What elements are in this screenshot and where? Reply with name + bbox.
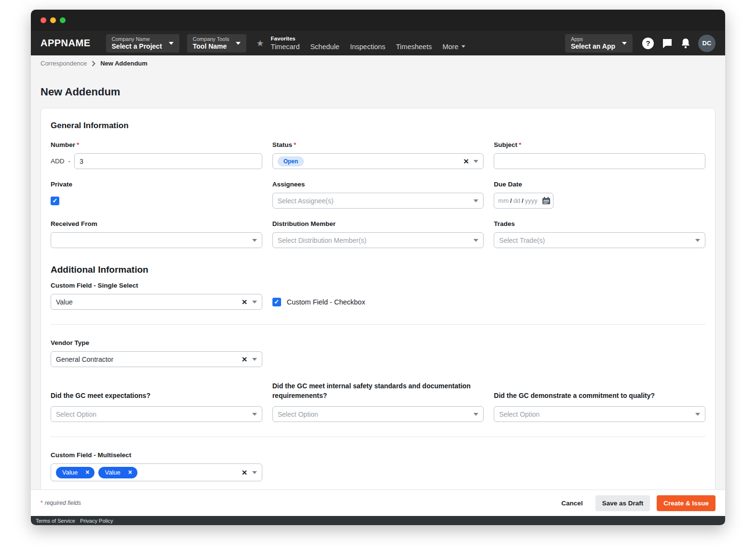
project-picker-eyebrow: Company Name [112,36,162,42]
checkmark-icon: ✓ [274,298,279,305]
question3-select[interactable]: Select Option [494,406,705,422]
multiselect-select[interactable]: Value × Value × × [51,463,262,481]
cancel-button[interactable]: Cancel [555,495,588,511]
remove-icon[interactable]: × [128,469,132,476]
question3-label: Did the GC demonstrate a commitment to q… [494,391,705,401]
vendor-type-select[interactable]: General Contractor × [51,351,262,367]
window-close-button[interactable] [40,17,46,23]
app-window: APPNAME Company Name Select a Project Co… [31,10,725,525]
custom-checkbox[interactable]: ✓ [272,298,281,306]
status-label: Status* [272,141,484,148]
chevron-right-icon [92,61,95,66]
form-action-bar: *required fields Cancel Save as Draft Cr… [31,489,725,516]
clear-icon[interactable]: × [242,297,247,306]
chevron-down-icon [695,239,700,242]
nav-item-inspections[interactable]: Inspections [350,42,385,51]
subject-input[interactable] [499,158,700,165]
private-label: Private [51,181,262,188]
question2-select[interactable]: Select Option [272,406,484,422]
date-dd: dd [513,197,520,204]
private-checkbox[interactable]: ✓ [51,197,59,205]
date-separator: / [522,197,524,204]
privacy-policy-link[interactable]: Privacy Policy [80,518,113,524]
trades-placeholder: Select Trade(s) [499,237,545,244]
nav-item-timesheets[interactable]: Timesheets [396,42,432,51]
clear-icon[interactable]: × [242,468,247,477]
pill-value: Value [62,469,78,476]
nav-more-menu[interactable]: More [443,42,465,51]
chevron-down-icon [473,413,478,416]
custom-checkbox-label: Custom Field - Checkbox [287,298,365,306]
multiselect-label: Custom Field - Multiselect [51,451,262,459]
star-icon: ★ [256,38,264,49]
chevron-down-icon [252,301,257,304]
number-prefix: ADD [51,158,65,165]
vendor-type-label: Vendor Type [51,339,262,346]
required-asterisk: * [40,500,43,506]
distribution-member-placeholder: Select Distribution Member(s) [278,237,366,244]
apps-picker[interactable]: Apps Select an App [565,34,633,53]
save-as-draft-button[interactable]: Save as Draft [595,495,650,511]
chevron-down-icon [236,42,241,45]
clear-icon[interactable]: × [463,157,469,166]
help-button[interactable]: ? [642,38,654,49]
terms-of-service-link[interactable]: Terms of Service [36,518,75,524]
vendor-type-value: General Contractor [56,356,113,363]
date-mm: mm [498,197,509,204]
clear-icon[interactable]: × [242,355,247,364]
date-yyyy: yyyy [525,197,538,204]
breadcrumb-current: New Addendum [100,60,148,67]
status-pill: Open [278,157,304,166]
number-field-group: ADD - [51,153,262,169]
nav-more-label: More [443,42,459,51]
chevron-down-icon [473,239,478,242]
app-logo[interactable]: APPNAME [40,38,91,49]
single-select-value: Value [56,298,73,306]
tools-picker[interactable]: Company Tools Tool Name [187,34,247,53]
date-separator: / [510,197,512,204]
notifications-button[interactable] [681,38,690,49]
window-titlebar [31,10,725,31]
chevron-down-icon [473,199,478,202]
chevron-down-icon [252,471,257,474]
apps-picker-eyebrow: Apps [571,36,615,42]
single-select-label: Custom Field - Single Select [51,282,262,289]
required-fields-note: *required fields [40,500,81,506]
assignees-label: Assignees [272,181,484,188]
calendar-icon[interactable] [542,197,551,205]
tools-picker-eyebrow: Company Tools [193,36,230,42]
window-zoom-button[interactable] [60,17,66,23]
distribution-member-select[interactable]: Select Distribution Member(s) [272,232,484,248]
create-and-issue-button[interactable]: Create & Issue [657,495,716,511]
chat-icon [662,38,673,49]
status-select[interactable]: Open × [272,153,484,169]
apps-picker-value: Select an App [571,42,615,50]
project-picker[interactable]: Company Name Select a Project [106,34,179,53]
single-select[interactable]: Value × [51,294,262,310]
nav-item-schedule[interactable]: Schedule [310,42,339,51]
required-note-text: required fields [45,500,81,506]
chevron-down-icon [461,45,465,48]
question1-label: Did the GC meet expectations? [51,391,262,401]
question3-placeholder: Select Option [499,410,540,418]
question1-select[interactable]: Select Option [51,406,262,422]
breadcrumb-parent-link[interactable]: Correspondence [40,60,87,67]
required-asterisk: * [77,141,79,148]
window-minimize-button[interactable] [50,17,56,23]
question1-placeholder: Select Option [56,410,96,418]
trades-select[interactable]: Select Trade(s) [494,232,705,248]
section-additional-heading: Additional Information [51,264,705,275]
nav-item-timecard[interactable]: Timecard [271,42,300,51]
received-from-select[interactable] [51,232,262,248]
legal-footer: Terms of Service Privacy Policy [31,516,725,525]
user-avatar[interactable]: DC [698,35,716,52]
assignees-select[interactable]: Select Assignee(s) [272,193,484,209]
checkmark-icon: ✓ [53,197,58,204]
number-input[interactable] [80,158,257,165]
due-date-input[interactable]: mm / dd / yyyy [494,193,554,209]
messages-button[interactable] [662,38,673,49]
number-input-wrap [74,153,262,169]
due-date-label: Due Date [494,181,705,188]
remove-icon[interactable]: × [85,469,89,476]
tools-picker-value: Tool Name [193,42,230,50]
